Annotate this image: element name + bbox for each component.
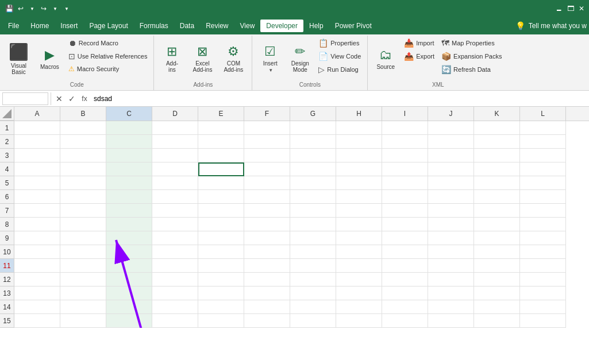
cell-B12[interactable] <box>60 273 106 286</box>
row-header-12[interactable]: 12 <box>0 273 14 286</box>
cell-A4[interactable] <box>14 162 60 176</box>
row-header-8[interactable]: 8 <box>0 218 14 231</box>
cell-C8[interactable] <box>106 218 152 231</box>
cell-C3[interactable] <box>106 149 152 162</box>
map-properties-button[interactable]: 🗺 Map Properties <box>438 37 505 49</box>
cell-K3[interactable] <box>474 149 520 162</box>
import-button[interactable]: 📥 Import <box>401 37 437 49</box>
col-header-k[interactable]: K <box>474 107 520 121</box>
cell-H11[interactable] <box>336 259 382 273</box>
cell-C7[interactable] <box>106 204 152 218</box>
close-icon[interactable]: ✕ <box>579 5 584 13</box>
menu-formulas[interactable]: Formulas <box>134 20 174 32</box>
formula-input[interactable] <box>91 94 587 104</box>
cell-K8[interactable] <box>474 218 520 231</box>
cell-K10[interactable] <box>474 245 520 259</box>
cell-A2[interactable] <box>14 135 60 149</box>
cell-L8[interactable] <box>520 218 566 231</box>
cell-F14[interactable] <box>244 300 290 314</box>
row-header-11[interactable]: 11 <box>0 259 14 273</box>
cell-K4[interactable] <box>474 162 520 176</box>
cell-L5[interactable] <box>520 176 566 190</box>
row-header-6[interactable]: 6 <box>0 190 14 204</box>
row-header-14[interactable]: 14 <box>0 300 14 314</box>
cell-F1[interactable] <box>244 121 290 135</box>
cell-B4[interactable] <box>60 162 106 176</box>
cell-H14[interactable] <box>336 300 382 314</box>
cell-B3[interactable] <box>60 149 106 162</box>
cell-K6[interactable] <box>474 190 520 204</box>
cell-E10[interactable] <box>198 245 244 259</box>
cell-G11[interactable] <box>290 259 336 273</box>
expansion-packs-button[interactable]: 📦 Expansion Packs <box>438 50 505 63</box>
confirm-formula-button[interactable]: ✓ <box>66 93 78 104</box>
cell-B2[interactable] <box>60 135 106 149</box>
export-button[interactable]: 📤 Export <box>401 50 437 63</box>
cell-B11[interactable] <box>60 259 106 273</box>
cell-I2[interactable] <box>382 135 428 149</box>
insert-function-button[interactable]: fx <box>79 93 90 104</box>
cell-F12[interactable] <box>244 273 290 286</box>
menu-insert[interactable]: Insert <box>55 20 83 32</box>
cell-D1[interactable] <box>152 121 198 135</box>
cell-H6[interactable] <box>336 190 382 204</box>
view-code-button[interactable]: 📄 View Code <box>315 50 364 63</box>
row-header-10[interactable]: 10 <box>0 245 14 259</box>
cell-G5[interactable] <box>290 176 336 190</box>
cell-I1[interactable] <box>382 121 428 135</box>
cell-F11[interactable] <box>244 259 290 273</box>
cell-H15[interactable] <box>336 314 382 328</box>
cell-G3[interactable] <box>290 149 336 162</box>
macro-security-button[interactable]: ⚠ Macro Security <box>66 63 151 75</box>
cell-B10[interactable] <box>60 245 106 259</box>
insert-controls-button[interactable]: ☑ Insert▼ <box>256 37 284 80</box>
cell-G6[interactable] <box>290 190 336 204</box>
cell-B8[interactable] <box>60 218 106 231</box>
cell-H2[interactable] <box>336 135 382 149</box>
cell-J11[interactable] <box>428 259 474 273</box>
cell-L13[interactable] <box>520 286 566 300</box>
cell-I13[interactable] <box>382 286 428 300</box>
menu-view[interactable]: View <box>234 20 261 32</box>
cell-E7[interactable] <box>198 204 244 218</box>
cell-A14[interactable] <box>14 300 60 314</box>
cell-D6[interactable] <box>152 190 198 204</box>
cell-J2[interactable] <box>428 135 474 149</box>
cell-D9[interactable] <box>152 231 198 245</box>
cell-C1[interactable] <box>106 121 152 135</box>
row-header-13[interactable]: 13 <box>0 286 14 300</box>
cell-G4[interactable] <box>290 162 336 176</box>
col-header-b[interactable]: B <box>60 107 106 121</box>
cell-C14[interactable] <box>106 300 152 314</box>
cell-G15[interactable] <box>290 314 336 328</box>
cell-F2[interactable] <box>244 135 290 149</box>
menu-review[interactable]: Review <box>200 20 234 32</box>
cell-A1[interactable] <box>14 121 60 135</box>
cell-C4[interactable] <box>106 162 152 176</box>
cell-A5[interactable] <box>14 176 60 190</box>
cell-A7[interactable] <box>14 204 60 218</box>
cell-I5[interactable] <box>382 176 428 190</box>
cell-K5[interactable] <box>474 176 520 190</box>
cell-F6[interactable] <box>244 190 290 204</box>
cell-L2[interactable] <box>520 135 566 149</box>
cell-A13[interactable] <box>14 286 60 300</box>
cell-J12[interactable] <box>428 273 474 286</box>
col-header-g[interactable]: G <box>290 107 336 121</box>
cell-D3[interactable] <box>152 149 198 162</box>
cell-C15[interactable] <box>106 314 152 328</box>
col-header-c[interactable]: C <box>106 107 152 121</box>
row-header-15[interactable]: 15 <box>0 314 14 328</box>
cell-A9[interactable] <box>14 231 60 245</box>
cell-B6[interactable] <box>60 190 106 204</box>
cell-F8[interactable] <box>244 218 290 231</box>
cell-I4[interactable] <box>382 162 428 176</box>
menu-power-pivot[interactable]: Power Pivot <box>329 20 378 32</box>
cell-D15[interactable] <box>152 314 198 328</box>
redo-icon[interactable]: ↪ <box>39 4 48 13</box>
cell-L7[interactable] <box>520 204 566 218</box>
undo-dropdown-icon[interactable]: ▼ <box>28 4 37 13</box>
cell-I9[interactable] <box>382 231 428 245</box>
cell-J14[interactable] <box>428 300 474 314</box>
cell-G14[interactable] <box>290 300 336 314</box>
